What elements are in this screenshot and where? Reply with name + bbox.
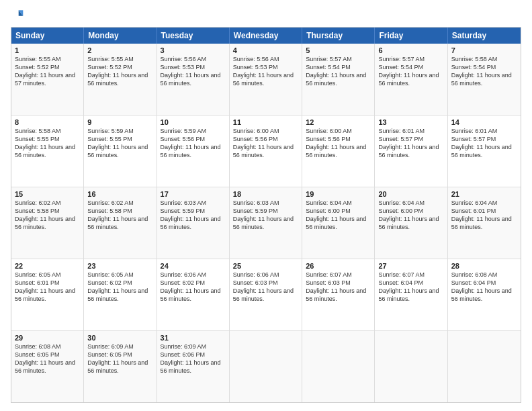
week-row-5: 29 Sunrise: 6:08 AM Sunset: 6:05 PM Dayl…: [11, 331, 521, 402]
day-cell-9: 9 Sunrise: 5:59 AM Sunset: 5:55 PM Dayli…: [84, 116, 157, 187]
empty-cell: [448, 331, 521, 402]
day-cell-4: 4 Sunrise: 5:56 AM Sunset: 5:53 PM Dayli…: [230, 44, 302, 115]
day-number: 5: [306, 46, 371, 54]
day-number: 22: [15, 262, 80, 270]
cell-info: Sunrise: 6:04 AM Sunset: 6:01 PM Dayligh…: [451, 199, 517, 232]
day-number: 24: [161, 262, 226, 270]
day-number: 10: [161, 118, 226, 126]
day-number: 20: [378, 190, 443, 198]
calendar: SundayMondayTuesdayWednesdayThursdayFrid…: [11, 27, 521, 403]
day-number: 18: [233, 190, 298, 198]
week-row-2: 8 Sunrise: 5:58 AM Sunset: 5:55 PM Dayli…: [11, 116, 521, 187]
day-number: 25: [233, 262, 298, 270]
day-number: 13: [378, 118, 443, 126]
cell-info: Sunrise: 5:57 AM Sunset: 5:54 PM Dayligh…: [306, 55, 371, 88]
day-number: 29: [15, 334, 80, 342]
cell-info: Sunrise: 6:00 AM Sunset: 5:56 PM Dayligh…: [233, 127, 298, 160]
day-number: 6: [378, 46, 443, 54]
day-cell-18: 18 Sunrise: 6:03 AM Sunset: 5:59 PM Dayl…: [230, 187, 302, 259]
day-cell-15: 15 Sunrise: 6:02 AM Sunset: 5:58 PM Dayl…: [11, 187, 84, 259]
empty-cell: [375, 331, 447, 402]
cell-info: Sunrise: 5:55 AM Sunset: 5:52 PM Dayligh…: [87, 55, 152, 88]
day-number: 11: [233, 118, 298, 126]
day-cell-29: 29 Sunrise: 6:08 AM Sunset: 6:05 PM Dayl…: [11, 331, 84, 402]
day-cell-10: 10 Sunrise: 5:59 AM Sunset: 5:56 PM Dayl…: [157, 116, 230, 187]
logo: [11, 8, 27, 21]
day-cell-11: 11 Sunrise: 6:00 AM Sunset: 5:56 PM Dayl…: [230, 116, 302, 187]
cell-info: Sunrise: 6:05 AM Sunset: 6:02 PM Dayligh…: [87, 271, 152, 304]
day-header-tuesday: Tuesday: [157, 28, 230, 44]
day-number: 31: [161, 334, 226, 342]
day-cell-8: 8 Sunrise: 5:58 AM Sunset: 5:55 PM Dayli…: [11, 116, 84, 187]
cell-info: Sunrise: 6:01 AM Sunset: 5:57 PM Dayligh…: [378, 127, 443, 160]
day-cell-6: 6 Sunrise: 5:57 AM Sunset: 5:54 PM Dayli…: [375, 44, 447, 115]
day-cell-17: 17 Sunrise: 6:03 AM Sunset: 5:59 PM Dayl…: [157, 187, 230, 259]
day-number: 16: [87, 190, 152, 198]
day-cell-30: 30 Sunrise: 6:09 AM Sunset: 6:05 PM Dayl…: [84, 331, 157, 402]
day-cell-5: 5 Sunrise: 5:57 AM Sunset: 5:54 PM Dayli…: [302, 44, 375, 115]
cell-info: Sunrise: 6:05 AM Sunset: 6:01 PM Dayligh…: [15, 271, 80, 304]
cell-info: Sunrise: 6:09 AM Sunset: 6:05 PM Dayligh…: [87, 342, 152, 375]
cell-info: Sunrise: 6:04 AM Sunset: 6:00 PM Dayligh…: [306, 199, 371, 232]
day-number: 9: [87, 118, 152, 126]
cell-info: Sunrise: 5:58 AM Sunset: 5:55 PM Dayligh…: [15, 127, 80, 160]
day-cell-27: 27 Sunrise: 6:07 AM Sunset: 6:04 PM Dayl…: [375, 259, 447, 330]
day-number: 21: [451, 190, 517, 198]
cell-info: Sunrise: 5:57 AM Sunset: 5:54 PM Dayligh…: [378, 55, 443, 88]
day-number: 15: [15, 190, 80, 198]
day-number: 28: [451, 262, 517, 270]
day-number: 26: [306, 262, 371, 270]
cell-info: Sunrise: 6:08 AM Sunset: 6:04 PM Dayligh…: [451, 271, 517, 304]
week-row-3: 15 Sunrise: 6:02 AM Sunset: 5:58 PM Dayl…: [11, 187, 521, 259]
day-cell-13: 13 Sunrise: 6:01 AM Sunset: 5:57 PM Dayl…: [375, 116, 447, 187]
day-cell-22: 22 Sunrise: 6:05 AM Sunset: 6:01 PM Dayl…: [11, 259, 84, 330]
cell-info: Sunrise: 6:02 AM Sunset: 5:58 PM Dayligh…: [87, 199, 152, 232]
day-number: 30: [87, 334, 152, 342]
cell-info: Sunrise: 5:56 AM Sunset: 5:53 PM Dayligh…: [233, 55, 298, 88]
day-cell-31: 31 Sunrise: 6:09 AM Sunset: 6:06 PM Dayl…: [157, 331, 230, 402]
day-cell-12: 12 Sunrise: 6:00 AM Sunset: 5:56 PM Dayl…: [302, 116, 375, 187]
day-cell-14: 14 Sunrise: 6:01 AM Sunset: 5:57 PM Dayl…: [448, 116, 521, 187]
empty-cell: [302, 331, 375, 402]
cell-info: Sunrise: 6:03 AM Sunset: 5:59 PM Dayligh…: [233, 199, 298, 232]
day-header-friday: Friday: [375, 28, 447, 44]
cell-info: Sunrise: 6:07 AM Sunset: 6:03 PM Dayligh…: [306, 271, 371, 304]
day-cell-26: 26 Sunrise: 6:07 AM Sunset: 6:03 PM Dayl…: [302, 259, 375, 330]
day-header-monday: Monday: [84, 28, 157, 44]
cell-info: Sunrise: 6:00 AM Sunset: 5:56 PM Dayligh…: [306, 127, 371, 160]
cell-info: Sunrise: 5:55 AM Sunset: 5:52 PM Dayligh…: [15, 55, 80, 88]
calendar-header: SundayMondayTuesdayWednesdayThursdayFrid…: [11, 28, 521, 44]
day-cell-1: 1 Sunrise: 5:55 AM Sunset: 5:52 PM Dayli…: [11, 44, 84, 115]
cell-info: Sunrise: 6:04 AM Sunset: 6:00 PM Dayligh…: [378, 199, 443, 232]
day-number: 3: [161, 46, 226, 54]
day-number: 17: [161, 190, 226, 198]
day-number: 27: [378, 262, 443, 270]
day-cell-16: 16 Sunrise: 6:02 AM Sunset: 5:58 PM Dayl…: [84, 187, 157, 259]
day-number: 23: [87, 262, 152, 270]
day-cell-3: 3 Sunrise: 5:56 AM Sunset: 5:53 PM Dayli…: [157, 44, 230, 115]
day-cell-19: 19 Sunrise: 6:04 AM Sunset: 6:00 PM Dayl…: [302, 187, 375, 259]
cell-info: Sunrise: 5:58 AM Sunset: 5:54 PM Dayligh…: [451, 55, 517, 88]
day-cell-2: 2 Sunrise: 5:55 AM Sunset: 5:52 PM Dayli…: [84, 44, 157, 115]
day-header-sunday: Sunday: [11, 28, 84, 44]
day-header-saturday: Saturday: [448, 28, 521, 44]
cell-info: Sunrise: 6:07 AM Sunset: 6:04 PM Dayligh…: [378, 271, 443, 304]
cell-info: Sunrise: 6:06 AM Sunset: 6:02 PM Dayligh…: [161, 271, 226, 304]
cell-info: Sunrise: 6:03 AM Sunset: 5:59 PM Dayligh…: [161, 199, 226, 232]
day-cell-24: 24 Sunrise: 6:06 AM Sunset: 6:02 PM Dayl…: [157, 259, 230, 330]
cell-info: Sunrise: 6:02 AM Sunset: 5:58 PM Dayligh…: [15, 199, 80, 232]
day-number: 7: [451, 46, 517, 54]
cell-info: Sunrise: 6:09 AM Sunset: 6:06 PM Dayligh…: [161, 342, 226, 375]
week-row-4: 22 Sunrise: 6:05 AM Sunset: 6:01 PM Dayl…: [11, 259, 521, 331]
cell-info: Sunrise: 6:08 AM Sunset: 6:05 PM Dayligh…: [15, 342, 80, 375]
header: [11, 8, 521, 21]
day-cell-21: 21 Sunrise: 6:04 AM Sunset: 6:01 PM Dayl…: [448, 187, 521, 259]
cell-info: Sunrise: 6:06 AM Sunset: 6:03 PM Dayligh…: [233, 271, 298, 304]
cell-info: Sunrise: 5:56 AM Sunset: 5:53 PM Dayligh…: [161, 55, 226, 88]
day-cell-28: 28 Sunrise: 6:08 AM Sunset: 6:04 PM Dayl…: [448, 259, 521, 330]
day-number: 4: [233, 46, 298, 54]
day-cell-7: 7 Sunrise: 5:58 AM Sunset: 5:54 PM Dayli…: [448, 44, 521, 115]
page: SundayMondayTuesdayWednesdayThursdayFrid…: [0, 0, 532, 411]
logo-icon: [11, 8, 24, 21]
day-cell-20: 20 Sunrise: 6:04 AM Sunset: 6:00 PM Dayl…: [375, 187, 447, 259]
